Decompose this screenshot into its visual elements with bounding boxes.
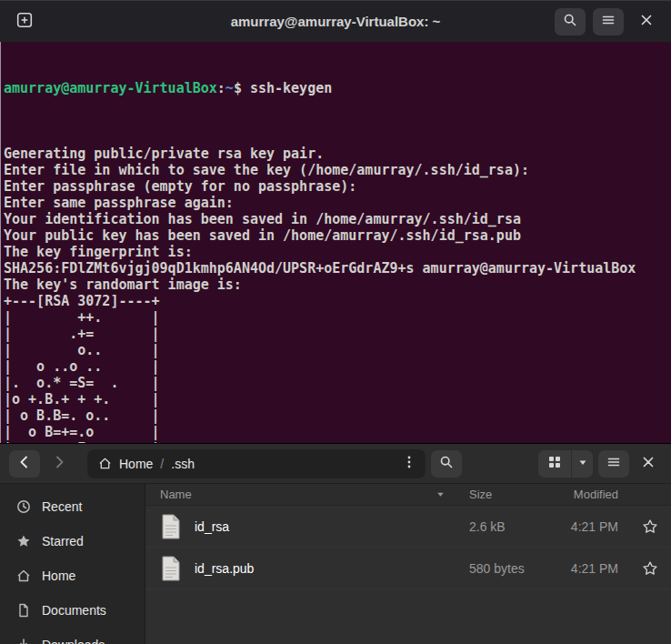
star-outline-icon[interactable]: [642, 518, 658, 535]
terminal-output-line: The key's randomart image is:: [4, 277, 669, 293]
terminal-titlebar[interactable]: amurray@amurray-VirtualBox: ~: [0, 0, 671, 42]
files-body: RecentStarredHomeDocumentsDownloads Name…: [0, 484, 671, 644]
path-segment-current[interactable]: .ssh: [171, 457, 195, 471]
terminal-output-line: |. o.* =S= . |: [4, 375, 669, 391]
files-sidebar: RecentStarredHomeDocumentsDownloads: [0, 484, 145, 644]
prompt-dollar: $: [234, 80, 250, 96]
back-button[interactable]: [9, 450, 40, 478]
files-headerbar[interactable]: Home / .ssh: [0, 444, 671, 484]
column-name-label: Name: [160, 488, 192, 501]
typed-command: ssh-keygen: [250, 80, 332, 96]
sidebar-item-home[interactable]: Home: [5, 558, 139, 593]
file-size: 2.6 kB: [455, 519, 546, 534]
sidebar-item-label: Home: [42, 569, 75, 583]
home-icon: [98, 457, 112, 470]
file-list: id_rsa2.6 kB4:21 PMid_rsa.pub580 bytes4:…: [145, 506, 671, 589]
file-modified: 4:21 PM: [546, 519, 629, 534]
terminal-output-line: | ++. |: [4, 309, 669, 326]
files-sidebar-list: RecentStarredHomeDocumentsDownloads: [0, 489, 145, 644]
back-icon: [17, 455, 32, 472]
clock-icon: [16, 499, 31, 514]
document-icon: [16, 603, 31, 618]
hamburger-icon: [601, 13, 616, 30]
prompt-colon: :: [217, 80, 225, 96]
download-icon: [16, 638, 31, 644]
terminal-output-line: | o.. |: [4, 342, 669, 358]
files-list-pane: Name Size Modified id_rsa2.6 kB4:21 PMid…: [145, 484, 671, 644]
file-name: id_rsa: [195, 519, 229, 534]
files-window: Home / .ssh: [0, 443, 671, 644]
terminal-output-line: Your identification has been saved in /h…: [4, 211, 669, 227]
sidebar-item-recent[interactable]: Recent: [5, 489, 139, 524]
terminal-output: Generating public/private rsa key pair.E…: [4, 146, 669, 443]
file-icon: [160, 556, 182, 581]
star-icon: [16, 534, 31, 548]
view-options-button[interactable]: [571, 450, 593, 478]
forward-icon: [52, 455, 66, 472]
path-separator: /: [160, 457, 164, 471]
terminal-window: amurray@amurray-VirtualBox: ~: [0, 0, 671, 443]
path-menu-button[interactable]: [396, 452, 422, 476]
terminal-header-actions: [555, 8, 662, 35]
search-icon: [563, 13, 577, 30]
terminal-output-line: | o B=+=.o |: [4, 424, 669, 440]
terminal-output-line: Generating public/private rsa key pair.: [4, 146, 669, 162]
list-column-header: Name Size Modified: [145, 484, 671, 506]
file-modified: 4:21 PM: [546, 561, 629, 576]
file-size: 580 bytes: [455, 561, 546, 576]
forward-button[interactable]: [45, 450, 73, 478]
sidebar-item-label: Recent: [42, 499, 82, 514]
terminal-output-line: Enter file in which to save the key (/ho…: [4, 162, 669, 178]
terminal-output-line: Enter passphrase (empty for no passphras…: [4, 178, 669, 195]
sidebar-item-documents[interactable]: Documents: [5, 593, 139, 628]
file-icon: [160, 514, 182, 539]
sidebar-item-label: Starred: [42, 534, 84, 548]
file-row-id_rsa.pub[interactable]: id_rsa.pub580 bytes4:21 PM: [145, 548, 671, 589]
column-modified[interactable]: Modified: [546, 488, 629, 501]
new-tab-icon: [16, 12, 33, 31]
terminal-output-line: Your public key has been saved in /home/…: [4, 227, 669, 244]
files-close-button[interactable]: [635, 450, 662, 478]
terminal-search-button[interactable]: [555, 8, 586, 35]
sidebar-item-downloads[interactable]: Downloads: [5, 628, 139, 644]
sort-descending-icon: [436, 489, 446, 499]
terminal-output-line: The key fingerprint is:: [4, 244, 669, 260]
sidebar-item-label: Downloads: [42, 638, 105, 644]
files-search-button[interactable]: [431, 450, 462, 478]
grid-view-button[interactable]: [538, 450, 571, 478]
chevron-down-icon: [577, 457, 588, 470]
file-row-id_rsa[interactable]: id_rsa2.6 kB4:21 PM: [145, 506, 671, 548]
prompt-user: amurray@amurray-VirtualBox: [4, 80, 217, 96]
grid-view-icon: [547, 455, 562, 472]
terminal-menu-button[interactable]: [593, 8, 624, 35]
desktop: amurray@amurray-VirtualBox: ~: [0, 0, 671, 644]
close-icon: [639, 13, 654, 30]
terminal-command-line: amurray@amurray-VirtualBox:~$ ssh-keygen: [4, 80, 669, 96]
terminal-content[interactable]: amurray@amurray-VirtualBox:~$ ssh-keygen…: [0, 42, 671, 443]
sidebar-item-label: Documents: [42, 603, 106, 618]
terminal-output-line: Enter same passphrase again:: [4, 195, 669, 211]
terminal-output-line: | .+= |: [4, 326, 669, 342]
terminal-output-line: | o ..o .. |: [4, 358, 669, 375]
file-name: id_rsa.pub: [195, 561, 254, 576]
path-segment-home[interactable]: Home: [119, 457, 153, 471]
column-name[interactable]: Name: [145, 488, 455, 501]
prompt-path: ~: [225, 80, 234, 96]
home-icon: [16, 569, 31, 583]
column-size[interactable]: Size: [455, 488, 546, 501]
terminal-output-line: |o +.B.+ + +. |: [4, 391, 669, 408]
close-icon: [641, 455, 656, 472]
files-menu-button[interactable]: [598, 450, 629, 478]
view-toggle: [538, 450, 593, 478]
star-outline-icon[interactable]: [642, 560, 658, 577]
terminal-output-line: SHA256:FDlZMt6vjgj09qD1kmhp6AN4Od/UPSR+o…: [4, 260, 669, 277]
terminal-output-line: +---[RSA 3072]----+: [4, 293, 669, 309]
sidebar-item-starred[interactable]: Starred: [5, 524, 139, 558]
path-bar[interactable]: Home / .ssh: [87, 449, 426, 478]
kebab-icon: [403, 455, 416, 472]
terminal-output-line: | o B.B=. o.. |: [4, 408, 669, 424]
new-tab-button[interactable]: [9, 8, 40, 35]
hamburger-icon: [606, 455, 621, 472]
search-icon: [439, 455, 454, 472]
terminal-close-button[interactable]: [631, 8, 662, 35]
